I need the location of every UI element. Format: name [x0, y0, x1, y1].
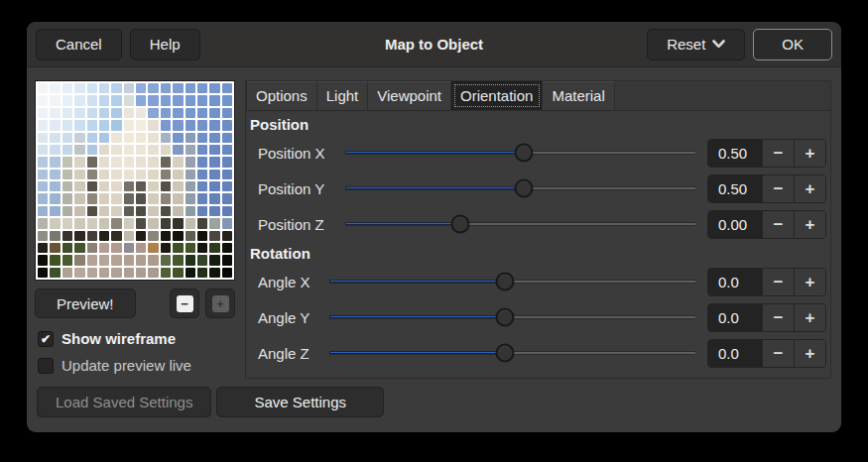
tab-options[interactable]: Options: [246, 81, 317, 110]
slider-thumb[interactable]: [496, 273, 515, 291]
angle-y-increase-button[interactable]: +: [794, 304, 825, 331]
section-position: Position Position X 0.50 − + Position Y …: [248, 113, 826, 242]
angle-z-decrease-button[interactable]: −: [762, 340, 794, 367]
preview-button[interactable]: Preview!: [35, 289, 136, 318]
preview-cell: [62, 255, 72, 265]
preview-cell: [87, 231, 97, 241]
preview-cell: [136, 255, 146, 265]
angle-z-value[interactable]: 0.0: [708, 340, 762, 367]
angle-z-increase-button[interactable]: +: [794, 340, 825, 367]
position-x-slider[interactable]: [345, 140, 695, 166]
preview-area[interactable]: [35, 80, 235, 281]
preview-cell: [209, 108, 219, 118]
position-y-decrease-button[interactable]: −: [762, 175, 794, 202]
preview-cell: [186, 120, 195, 130]
position-z-label: Position Z: [258, 216, 343, 233]
angle-x-decrease-button[interactable]: −: [762, 269, 794, 295]
headerbar-right: Reset OK: [647, 29, 832, 60]
preview-cell: [197, 243, 207, 253]
slider-thumb[interactable]: [496, 344, 515, 363]
preview-cell: [87, 181, 97, 191]
preview-cell: [99, 95, 109, 105]
angle-x-value[interactable]: 0.0: [708, 269, 762, 295]
tab-orientation[interactable]: Orientation: [451, 81, 543, 110]
position-y-increase-button[interactable]: +: [794, 175, 825, 202]
slider-thumb[interactable]: [496, 308, 515, 327]
preview-cell: [136, 181, 146, 191]
checkbox-checked-icon[interactable]: ✔: [38, 331, 54, 347]
checkbox-unchecked-icon[interactable]: [38, 358, 54, 374]
preview-cell: [148, 193, 158, 203]
preview-cell: [111, 120, 121, 130]
cancel-button[interactable]: Cancel: [36, 29, 122, 60]
tab-viewpoint[interactable]: Viewpoint: [368, 81, 451, 110]
zoom-in-button[interactable]: +: [205, 289, 235, 318]
position-z-slider[interactable]: [345, 211, 695, 237]
reset-button[interactable]: Reset: [647, 29, 745, 60]
preview-cell: [111, 157, 121, 167]
preview-cell: [124, 145, 134, 155]
tab-material[interactable]: Material: [543, 81, 614, 110]
angle-x-slider[interactable]: [329, 269, 695, 294]
preview-panel: Preview! − + ✔ Show wireframe Update pre…: [35, 80, 235, 379]
help-button[interactable]: Help: [130, 29, 200, 60]
slider-row: Position X 0.50 − +: [248, 135, 826, 171]
preview-cell: [74, 193, 84, 203]
angle-x-increase-button[interactable]: +: [794, 269, 825, 295]
preview-cell: [222, 157, 232, 167]
preview-cell: [111, 193, 121, 203]
preview-cell: [62, 181, 72, 191]
preview-cell: [209, 193, 219, 203]
ok-button[interactable]: OK: [753, 29, 832, 60]
angle-z-slider[interactable]: [329, 340, 695, 366]
slider-thumb[interactable]: [451, 215, 470, 234]
preview-cell: [148, 133, 158, 143]
preview-cell: [186, 170, 195, 179]
tab-label: Material: [552, 87, 604, 104]
tab-light[interactable]: Light: [317, 81, 369, 110]
preview-cell: [62, 133, 72, 143]
position-x-value[interactable]: 0.50: [708, 140, 762, 167]
preview-cell: [136, 95, 146, 105]
preview-cell: [209, 243, 219, 253]
slider-fill: [329, 315, 505, 318]
preview-cell: [148, 206, 158, 216]
preview-cell: [38, 193, 48, 203]
preview-cell: [74, 170, 84, 179]
save-settings-button[interactable]: Save Settings: [216, 387, 384, 417]
preview-cell: [161, 120, 171, 130]
preview-cell: [136, 83, 146, 93]
position-z-increase-button[interactable]: +: [794, 211, 825, 238]
preview-cell: [161, 255, 171, 265]
position-y-slider[interactable]: [345, 175, 695, 201]
preview-cell: [62, 268, 72, 278]
preview-cell: [173, 108, 183, 118]
zoom-out-button[interactable]: −: [170, 289, 199, 318]
update-preview-live-checkbox[interactable]: Update preview live: [35, 357, 235, 374]
position-x-decrease-button[interactable]: −: [762, 140, 794, 167]
preview-cell: [136, 157, 146, 167]
preview-cell: [38, 133, 48, 143]
position-y-value[interactable]: 0.50: [708, 175, 762, 202]
angle-y-value[interactable]: 0.0: [708, 304, 762, 331]
position-x-increase-button[interactable]: +: [794, 140, 825, 167]
slider-row: Position Y 0.50 − +: [248, 171, 826, 206]
preview-cell: [111, 255, 121, 265]
slider-thumb[interactable]: [515, 144, 534, 163]
preview-cell: [209, 120, 219, 130]
preview-cell: [111, 108, 121, 118]
angle-y-decrease-button[interactable]: −: [762, 304, 794, 331]
preview-cell: [148, 95, 158, 105]
slider-thumb[interactable]: [515, 179, 534, 198]
show-wireframe-checkbox[interactable]: ✔ Show wireframe: [35, 330, 235, 347]
preview-cell: [99, 193, 109, 203]
preview-cell: [62, 157, 72, 167]
position-z-value[interactable]: 0.00: [708, 211, 762, 238]
slider-fill: [345, 151, 524, 154]
preview-cell: [38, 218, 48, 228]
load-saved-settings-button[interactable]: Load Saved Settings: [37, 387, 211, 417]
preview-cell: [38, 255, 48, 265]
angle-y-slider[interactable]: [329, 304, 695, 330]
preview-cell: [161, 206, 171, 216]
position-z-decrease-button[interactable]: −: [762, 211, 794, 238]
